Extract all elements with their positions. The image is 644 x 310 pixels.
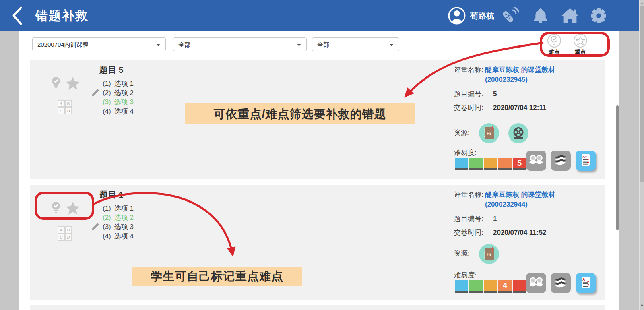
- film-reel-resource-icon[interactable]: [508, 123, 528, 143]
- difficulty-label: 难易度:: [454, 148, 489, 158]
- notifications-bell-icon[interactable]: [531, 7, 551, 26]
- question-title: 题目 5: [99, 64, 124, 76]
- pencil-icon: [91, 89, 99, 97]
- abcd-blocks-icon: ABCD: [57, 225, 73, 242]
- chevron-down-icon: [390, 44, 394, 46]
- question-no-label: 题目编号:: [454, 214, 498, 224]
- abcd-blocks-icon: ABCD: [57, 99, 73, 115]
- svg-text:D: D: [66, 108, 70, 113]
- question-title: 题目 1: [99, 189, 124, 200]
- user-name: 荀路杭: [470, 0, 494, 31]
- difficulty-square-2: [469, 158, 483, 170]
- chevron-left-icon: [8, 5, 26, 26]
- graded-paper-button[interactable]: A⁺: [576, 151, 596, 171]
- notebook-resource-icon[interactable]: Hi: [479, 123, 499, 143]
- submit-time-value: 2020/07/04 12:11: [493, 103, 546, 113]
- option-row[interactable]: (1)选项 1: [103, 204, 134, 213]
- course-dropdown[interactable]: 20200704内训课程: [32, 37, 166, 51]
- submit-time-value: 2020/07/04 11:52: [493, 228, 546, 238]
- svg-text:C: C: [60, 108, 63, 113]
- wrong-question-remedy-page: 错题补救 荀路杭: [0, 0, 644, 310]
- difficulty-square-3: [484, 280, 497, 293]
- svg-text:B: B: [66, 101, 70, 106]
- scroll-down-icon[interactable]: ▼: [640, 304, 644, 308]
- difficulty-square-2: [469, 280, 483, 293]
- options-list: (1)选项 1 (2)选项 2 (3)选项 3 (4)选项 4: [103, 79, 134, 116]
- option-row[interactable]: (4)选项 4: [103, 231, 134, 241]
- assessment-name-label: 评量名称:: [454, 65, 489, 75]
- difficulty-square-5: [513, 280, 526, 293]
- svg-text:A: A: [59, 227, 62, 232]
- svg-text:D: D: [66, 235, 70, 240]
- assessment-link[interactable]: 醍摩豆陈权 的课堂教材 (2000232944): [485, 190, 606, 209]
- filter-toggles-highlight-ring: [540, 32, 610, 57]
- annotation-mark-tip: 学生可自己标记重点难点: [132, 267, 302, 286]
- svg-text:A⁺: A⁺: [582, 155, 587, 159]
- home-icon[interactable]: [560, 7, 580, 26]
- question-no-value: 1: [493, 214, 497, 224]
- app-header: 错题补救 荀路杭: [0, 0, 644, 31]
- scope1-dropdown-value: 全部: [178, 41, 190, 48]
- tutor-disguise-button[interactable]: [526, 151, 546, 171]
- left-gutter: [0, 31, 19, 310]
- difficulty-value: 5: [517, 159, 522, 167]
- right-gutter: [619, 31, 639, 310]
- pencil-icon: [91, 223, 99, 231]
- course-dropdown-value: 20200704内训课程: [37, 41, 89, 48]
- option-row[interactable]: (2)选项 2: [103, 88, 134, 97]
- difficult-mark-icon[interactable]: [51, 76, 61, 90]
- content-scrollbar-thumb[interactable]: [616, 105, 619, 230]
- question-no-value: 5: [493, 89, 497, 99]
- submit-time-label: 交卷时间:: [454, 228, 498, 238]
- user-avatar-icon[interactable]: [448, 6, 466, 25]
- scope2-dropdown-value: 全部: [317, 41, 329, 48]
- difficulty-label: 难易度:: [454, 271, 489, 280]
- annotation-filter-tip: 可依重点/难点筛选要补救的错题: [185, 103, 415, 124]
- settings-gear-icon[interactable]: [588, 6, 608, 25]
- browser-scrollbar-thumb[interactable]: [640, 6, 644, 182]
- svg-text:Hi: Hi: [487, 131, 491, 136]
- scope2-dropdown[interactable]: 全部: [312, 37, 399, 51]
- svg-text:A: A: [59, 101, 62, 106]
- chevron-down-icon: [297, 44, 301, 46]
- books-stack-button[interactable]: [551, 151, 571, 171]
- difficulty-square-3: [484, 158, 497, 170]
- tutor-disguise-button[interactable]: [526, 273, 546, 293]
- difficulty-square-5: 5: [513, 158, 526, 170]
- svg-text:B: B: [66, 227, 70, 232]
- browser-scrollbar[interactable]: ▲ ▼: [639, 0, 644, 310]
- scope1-dropdown[interactable]: 全部: [173, 37, 307, 51]
- option-row-correct[interactable]: (3)选项 3: [103, 97, 134, 107]
- back-button[interactable]: [8, 5, 26, 26]
- option-row-correct[interactable]: (2)选项 2: [103, 213, 134, 222]
- difficulty-square-1: [455, 158, 468, 170]
- important-mark-icon[interactable]: [66, 76, 80, 90]
- mark-icons-highlight-ring: [35, 192, 94, 220]
- difficulty-square-4: [498, 158, 512, 170]
- notebook-resource-icon[interactable]: Hi: [479, 244, 499, 264]
- assessment-name-label: 评量名称:: [454, 190, 489, 200]
- question-card-partial: [30, 305, 605, 310]
- submit-time-label: 交卷时间:: [454, 103, 498, 113]
- svg-text:A⁺: A⁺: [582, 277, 587, 281]
- chevron-down-icon: [156, 44, 160, 46]
- option-row[interactable]: (3)选项 3: [103, 222, 134, 231]
- graded-paper-button[interactable]: A⁺: [576, 273, 596, 293]
- question-card: ABCD 题目 1 (1)选项 1 (2)选项 2 (3)选项 3 (4)选项 …: [30, 185, 605, 300]
- option-row[interactable]: (1)选项 1: [103, 79, 134, 88]
- question-no-label: 题目编号:: [454, 89, 498, 99]
- options-list: (1)选项 1 (2)选项 2 (3)选项 3 (4)选项 4: [103, 204, 134, 241]
- difficulty-value: 4: [503, 281, 507, 290]
- remote-control-icon[interactable]: [500, 6, 520, 25]
- page-title: 错题补救: [35, 0, 89, 31]
- svg-text:C: C: [60, 235, 63, 240]
- difficulty-square-4: 4: [498, 280, 512, 293]
- svg-text:Hi: Hi: [487, 252, 491, 257]
- books-stack-button[interactable]: [551, 273, 571, 293]
- assessment-link[interactable]: 醍摩豆陈权 的课堂教材 (2000232945): [485, 65, 606, 85]
- difficulty-square-1: [455, 280, 468, 293]
- scroll-up-icon[interactable]: ▲: [640, 1, 644, 5]
- option-row[interactable]: (4)选项 4: [103, 107, 134, 116]
